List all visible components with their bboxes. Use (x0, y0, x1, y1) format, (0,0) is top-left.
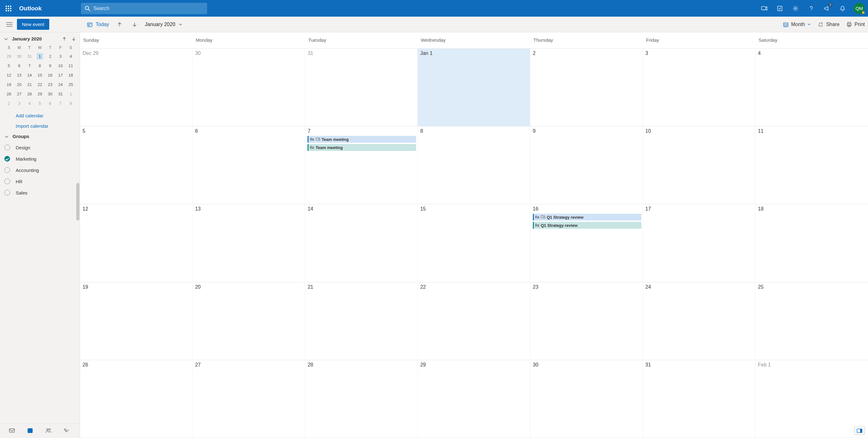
calendar-day-cell[interactable]: 11 (755, 126, 868, 204)
calendar-day-cell[interactable]: 30 (530, 360, 643, 438)
datepicker-day[interactable]: 11 (66, 61, 76, 70)
search-box[interactable] (81, 3, 207, 14)
datepicker-day[interactable]: 24 (55, 80, 66, 89)
calendar-group-item[interactable]: Design (3, 144, 76, 151)
calendar-day-cell[interactable]: 29 (418, 360, 530, 438)
datepicker-day[interactable]: 5 (4, 61, 14, 70)
calendar-day-cell[interactable]: Feb 1 (755, 360, 868, 438)
new-event-button[interactable]: New event (17, 19, 49, 30)
today-button[interactable]: Today (87, 22, 109, 27)
print-button[interactable]: Print (846, 22, 865, 27)
collapse-datepicker-button[interactable] (4, 37, 8, 41)
group-checkbox[interactable] (4, 179, 10, 184)
calendar-day-cell[interactable]: 27 (193, 360, 305, 438)
calendar-group-item[interactable]: Marketing (3, 155, 76, 162)
calendar-day-cell[interactable]: 12 (80, 204, 193, 282)
datepicker-day[interactable]: 7 (25, 61, 35, 70)
datepicker-day[interactable]: 27 (14, 89, 25, 98)
import-calendar-link[interactable]: Import calendar (16, 123, 76, 129)
view-selector[interactable]: Month (783, 22, 811, 27)
calendar-day-cell[interactable]: 30 (193, 49, 305, 126)
notifications-button[interactable] (835, 0, 850, 17)
datepicker-day[interactable]: 30 (14, 52, 25, 61)
datepicker-day[interactable]: 29 (35, 89, 45, 98)
datepicker-day[interactable]: 8 (66, 98, 76, 108)
calendar-day-cell[interactable]: 15 (418, 204, 530, 282)
search-input[interactable] (94, 6, 203, 11)
calendar-event[interactable]: 8aTeam meeting (308, 136, 416, 143)
calendar-event[interactable]: 8aQ1 Strategy review (533, 214, 642, 221)
datepicker-day[interactable]: 5 (35, 98, 45, 108)
calendar-day-cell[interactable]: 14 (305, 204, 418, 282)
datepicker-day[interactable]: 30 (45, 89, 55, 98)
datepicker-day[interactable]: 14 (25, 70, 35, 80)
add-calendar-link[interactable]: Add calendar (16, 113, 76, 118)
calendar-group-item[interactable]: Sales (3, 189, 76, 196)
datepicker-day[interactable]: 3 (14, 98, 25, 108)
mail-module-button[interactable] (9, 427, 15, 435)
people-module-button[interactable] (45, 427, 52, 435)
calendar-day-cell[interactable]: 20 (193, 282, 305, 360)
calendar-day-cell[interactable]: 18 (755, 204, 868, 282)
datepicker-day[interactable]: 4 (66, 52, 76, 61)
calendar-module-button[interactable] (27, 427, 33, 435)
calendar-event[interactable]: 8aQ1 Strategy review (533, 222, 642, 229)
next-period-button[interactable] (130, 20, 140, 29)
teams-call-button[interactable] (756, 0, 772, 17)
calendar-day-cell[interactable]: 8 (418, 126, 530, 204)
nav-toggle-button[interactable] (3, 18, 16, 31)
datepicker-day[interactable]: 3 (55, 52, 66, 61)
calendar-group-item[interactable]: Accounting (3, 166, 76, 174)
datepicker-day[interactable]: 16 (45, 70, 55, 80)
datepicker-day[interactable]: 23 (45, 80, 55, 89)
datepicker-day[interactable]: 10 (55, 61, 66, 70)
datepicker-day[interactable]: 25 (66, 80, 76, 89)
datepicker-day[interactable]: 8 (35, 61, 45, 70)
groups-header[interactable]: Groups (0, 131, 80, 142)
datepicker-day[interactable]: 21 (25, 80, 35, 89)
datepicker-day[interactable]: 6 (45, 98, 55, 108)
calendar-day-cell[interactable]: 13 (193, 204, 305, 282)
calendar-day-cell[interactable]: Dec 29 (80, 49, 193, 126)
datepicker-day[interactable]: 22 (35, 80, 45, 89)
calendar-day-cell[interactable]: 3 (643, 49, 756, 126)
datepicker-day[interactable]: 9 (45, 61, 55, 70)
datepicker-day[interactable]: 4 (25, 98, 35, 108)
calendar-day-cell[interactable]: 19 (80, 282, 193, 360)
calendar-day-cell[interactable]: 10 (643, 126, 756, 204)
calendar-day-cell[interactable]: 9 (530, 126, 643, 204)
sidebar-scrollbar-thumb[interactable] (76, 183, 80, 221)
calendar-day-cell[interactable]: 22 (418, 282, 530, 360)
group-checkbox[interactable] (4, 190, 10, 195)
group-checkbox[interactable] (4, 167, 10, 173)
datepicker-day[interactable]: 29 (4, 52, 14, 61)
datepicker-prev-button[interactable] (62, 37, 66, 41)
account-avatar[interactable]: QM (854, 3, 865, 14)
my-day-button[interactable] (772, 0, 788, 17)
calendar-group-item[interactable]: HR (3, 178, 76, 185)
app-launcher-button[interactable] (0, 0, 17, 17)
calendar-day-cell[interactable]: 26 (80, 360, 193, 438)
calendar-day-cell[interactable]: 31 (643, 360, 756, 438)
group-checkbox[interactable] (4, 145, 10, 150)
settings-button[interactable] (788, 0, 803, 17)
calendar-day-cell[interactable]: 31 (305, 49, 418, 126)
datepicker-day[interactable]: 19 (4, 80, 14, 89)
todo-module-button[interactable] (63, 427, 70, 435)
calendar-day-cell[interactable]: 28 (305, 360, 418, 438)
calendar-day-cell[interactable]: 2 (530, 49, 643, 126)
expand-pane-button[interactable] (854, 427, 865, 435)
datepicker-day[interactable]: 1 (66, 89, 76, 98)
datepicker-day[interactable]: 2 (45, 52, 55, 61)
calendar-day-cell[interactable]: Jan 1 (418, 49, 530, 126)
datepicker-day[interactable]: 31 (55, 89, 66, 98)
calendar-day-cell[interactable]: 25 (755, 282, 868, 360)
prev-period-button[interactable] (115, 20, 124, 29)
datepicker-day[interactable]: 2 (4, 98, 14, 108)
datepicker-day[interactable]: 6 (14, 61, 25, 70)
datepicker-day[interactable]: 1 (35, 52, 45, 61)
calendar-day-cell[interactable]: 4 (755, 49, 868, 126)
month-selector[interactable]: January 2020 (145, 22, 182, 27)
calendar-day-cell[interactable]: 24 (643, 282, 756, 360)
announcements-button[interactable]: 7 (819, 0, 835, 17)
